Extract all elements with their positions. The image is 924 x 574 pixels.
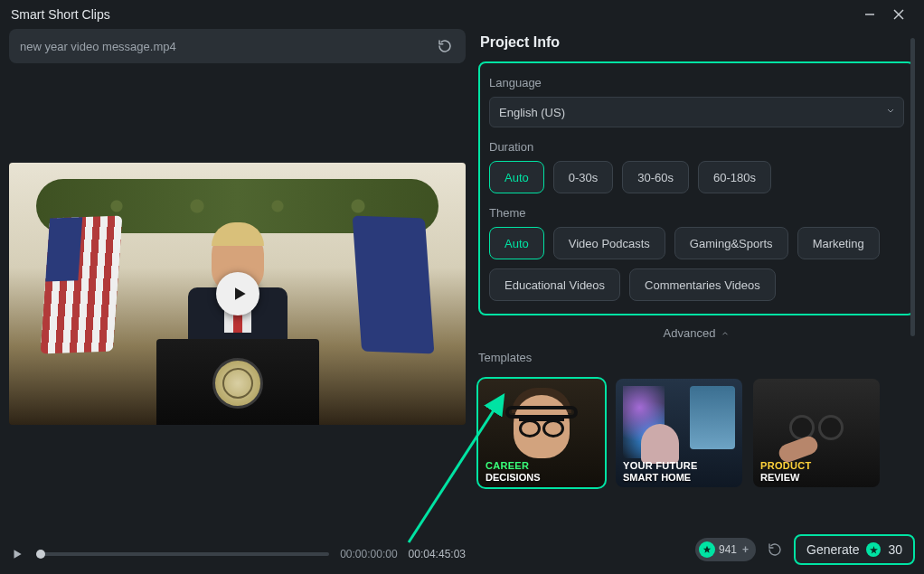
theme-label: Theme xyxy=(489,206,904,220)
template-caption-line2: SMART HOME xyxy=(623,472,691,483)
template-card[interactable]: YOUR FUTURESMART HOME xyxy=(616,379,742,487)
file-name: new year video message.mp4 xyxy=(20,40,176,53)
duration-chip[interactable]: 60-180s xyxy=(698,161,771,193)
duration-chip[interactable]: Auto xyxy=(489,161,544,193)
generate-coin-icon: ★ xyxy=(866,542,881,557)
scrollbar[interactable] xyxy=(910,38,915,336)
plus-icon: + xyxy=(742,543,749,556)
credits-count: 941 xyxy=(719,543,737,556)
time-duration: 00:04:45:03 xyxy=(409,548,466,560)
refresh-icon[interactable] xyxy=(765,540,785,560)
template-caption-line1: PRODUCT xyxy=(760,460,812,471)
project-info-panel: Language English (US) Duration Auto0-30s… xyxy=(478,61,915,315)
reload-icon[interactable] xyxy=(435,36,455,56)
chevron-up-icon xyxy=(721,329,730,338)
template-caption-line1: CAREER xyxy=(486,460,529,471)
progress-bar[interactable] xyxy=(36,552,329,556)
credit-coin-icon xyxy=(699,541,715,558)
generate-button[interactable]: Generate ★ 30 xyxy=(794,534,915,565)
generate-label: Generate xyxy=(806,542,859,557)
theme-chip[interactable]: Gaming&Sports xyxy=(674,227,788,259)
close-button[interactable] xyxy=(884,2,913,27)
duration-label: Duration xyxy=(489,140,904,154)
time-position: 00:00:00:00 xyxy=(340,548,397,560)
templates-heading: Templates xyxy=(478,351,915,364)
template-card[interactable]: CAREERDECISIONS xyxy=(478,379,605,487)
language-label: Language xyxy=(489,76,904,89)
advanced-toggle[interactable]: Advanced xyxy=(478,326,915,340)
file-name-bar: new year video message.mp4 xyxy=(9,29,466,63)
template-caption-line2: REVIEW xyxy=(760,472,799,483)
window-title: Smart Short Clips xyxy=(11,7,110,22)
template-card[interactable]: PRODUCTREVIEW xyxy=(753,379,880,487)
chevron-down-icon xyxy=(885,106,896,119)
play-icon[interactable] xyxy=(9,546,25,562)
minimize-button[interactable] xyxy=(855,2,884,27)
project-info-heading: Project Info xyxy=(480,34,915,51)
language-value: English (US) xyxy=(499,106,565,119)
video-preview[interactable] xyxy=(9,163,466,425)
duration-chip[interactable]: 30-60s xyxy=(622,161,689,193)
theme-chip[interactable]: Educational Videos xyxy=(489,268,620,301)
theme-chip[interactable]: Video Podcasts xyxy=(553,227,665,259)
theme-chip[interactable]: Auto xyxy=(489,227,544,259)
theme-chip[interactable]: Commentaries Videos xyxy=(629,268,776,301)
credits-badge[interactable]: 941 + xyxy=(695,538,756,561)
generate-cost: 30 xyxy=(888,542,902,557)
template-caption-line1: YOUR FUTURE xyxy=(623,460,698,471)
language-select[interactable]: English (US) xyxy=(489,97,904,127)
duration-chip[interactable]: 0-30s xyxy=(553,161,614,193)
progress-thumb[interactable] xyxy=(36,550,45,559)
template-caption-line2: DECISIONS xyxy=(486,472,541,483)
theme-chip[interactable]: Marketing xyxy=(797,227,880,259)
advanced-label: Advanced xyxy=(664,326,716,340)
play-button-overlay[interactable] xyxy=(216,272,259,315)
